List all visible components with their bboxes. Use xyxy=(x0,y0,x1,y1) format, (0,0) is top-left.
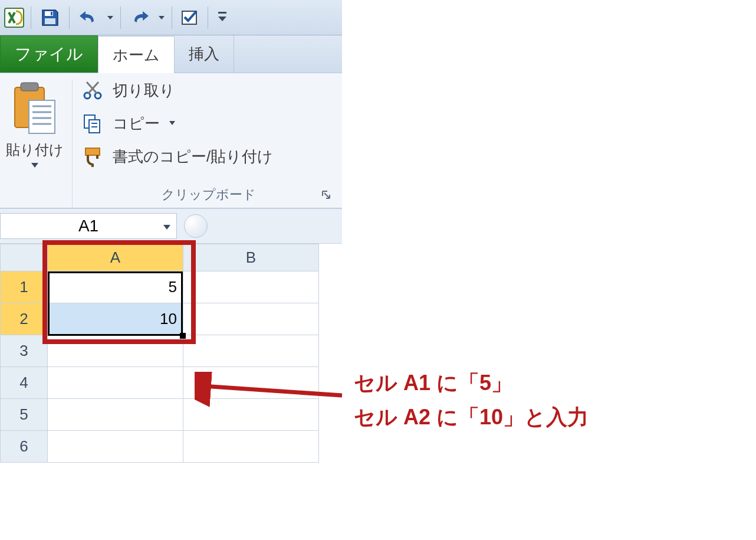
svg-rect-0 xyxy=(5,8,24,27)
dialog-launcher-button[interactable] xyxy=(320,188,333,201)
format-painter-button[interactable]: 書式のコピー/貼り付け xyxy=(81,145,336,168)
customize-icon xyxy=(217,11,228,25)
worksheet-area: A B 1 5 2 10 3 4 xyxy=(0,244,342,463)
svg-rect-7 xyxy=(21,83,38,91)
separator xyxy=(69,6,70,29)
dialog-launcher-icon xyxy=(321,189,331,200)
format-painter-label: 書式のコピー/貼り付け xyxy=(113,146,273,167)
annotation-line-2: セル A2 に「10」と入力 xyxy=(354,400,589,434)
undo-dropdown[interactable] xyxy=(105,14,114,22)
checkbox-button[interactable] xyxy=(178,6,202,30)
undo-button[interactable] xyxy=(75,6,101,30)
row-header-2[interactable]: 2 xyxy=(1,303,48,335)
annotation-text: セル A1 に「5」 セル A2 に「10」と入力 xyxy=(354,366,589,434)
paste-button[interactable] xyxy=(8,79,61,138)
redo-icon xyxy=(130,9,150,26)
clipboard-group: 切り取り コピー xyxy=(73,79,336,208)
tab-home[interactable]: ホーム xyxy=(98,36,175,73)
formula-bar-row: A1 xyxy=(0,208,342,244)
tab-insert[interactable]: 挿入 xyxy=(175,35,234,73)
chevron-down-icon xyxy=(168,120,176,127)
separator xyxy=(31,6,31,29)
cell-A3[interactable] xyxy=(48,335,183,367)
name-box-dropdown[interactable] xyxy=(162,217,172,235)
group-label: クリップボード xyxy=(162,186,256,204)
quick-access-toolbar xyxy=(0,0,342,35)
worksheet-grid[interactable]: A B 1 5 2 10 3 4 xyxy=(0,244,319,463)
row-header-1[interactable]: 1 xyxy=(1,271,48,303)
svg-rect-5 xyxy=(218,12,226,14)
cell-B2[interactable] xyxy=(183,303,319,335)
column-header-A[interactable]: A xyxy=(48,244,183,271)
cell-B1[interactable] xyxy=(183,271,319,303)
cell-B6[interactable] xyxy=(183,431,319,463)
cell-B4[interactable] xyxy=(183,367,319,399)
paste-label: 貼り付け xyxy=(6,140,64,159)
redo-dropdown[interactable] xyxy=(156,14,166,22)
ribbon-tabs: ファイル ホーム 挿入 xyxy=(0,35,342,73)
cut-label: 切り取り xyxy=(113,80,175,101)
chevron-down-icon xyxy=(106,14,114,22)
save-icon xyxy=(40,8,60,28)
row-header-5[interactable]: 5 xyxy=(1,399,48,431)
separator xyxy=(208,6,208,29)
row-header-6[interactable]: 6 xyxy=(1,431,48,463)
save-button[interactable] xyxy=(37,6,63,30)
cut-button[interactable]: 切り取り xyxy=(81,79,336,102)
redo-button[interactable] xyxy=(127,6,153,30)
copy-label: コピー xyxy=(113,113,160,134)
ribbon-body: 貼り付け 切り取り xyxy=(0,73,342,208)
separator xyxy=(120,6,121,29)
name-box[interactable]: A1 xyxy=(0,213,177,239)
excel-window: ファイル ホーム 挿入 貼り付け xyxy=(0,0,342,463)
qat-customize-button[interactable] xyxy=(214,6,231,30)
row-header-3[interactable]: 3 xyxy=(1,335,48,367)
chevron-down-icon xyxy=(157,14,166,22)
svg-rect-2 xyxy=(45,18,55,24)
separator xyxy=(172,6,172,29)
scissors-icon xyxy=(81,79,104,102)
svg-rect-3 xyxy=(51,12,52,15)
copy-icon xyxy=(81,112,104,135)
tab-overflow xyxy=(234,35,342,73)
undo-icon xyxy=(78,9,98,26)
name-box-value: A1 xyxy=(78,217,98,235)
cell-A1[interactable]: 5 xyxy=(48,271,183,303)
select-all-corner[interactable] xyxy=(1,244,48,271)
paste-dropdown[interactable] xyxy=(30,161,40,171)
cell-A6[interactable] xyxy=(48,431,183,463)
svg-rect-8 xyxy=(29,100,55,133)
column-header-B[interactable]: B xyxy=(183,244,319,271)
cell-A2[interactable]: 10 xyxy=(48,303,183,335)
cell-B3[interactable] xyxy=(183,335,319,367)
chevron-down-icon xyxy=(30,162,40,169)
check-icon xyxy=(181,9,199,27)
annotation-line-1: セル A1 に「5」 xyxy=(354,366,589,400)
svg-rect-19 xyxy=(86,148,100,155)
paste-icon xyxy=(11,80,58,137)
paste-group: 貼り付け xyxy=(6,79,73,208)
cell-B5[interactable] xyxy=(183,399,319,431)
copy-button[interactable]: コピー xyxy=(81,112,336,135)
excel-logo-icon xyxy=(4,7,25,28)
cell-A4[interactable] xyxy=(48,367,183,399)
insert-function-button[interactable] xyxy=(184,214,208,238)
chevron-down-icon xyxy=(162,223,172,231)
tab-file[interactable]: ファイル xyxy=(0,35,98,73)
paintbrush-icon xyxy=(81,145,104,168)
cell-A5[interactable] xyxy=(48,399,183,431)
row-header-4[interactable]: 4 xyxy=(1,367,48,399)
